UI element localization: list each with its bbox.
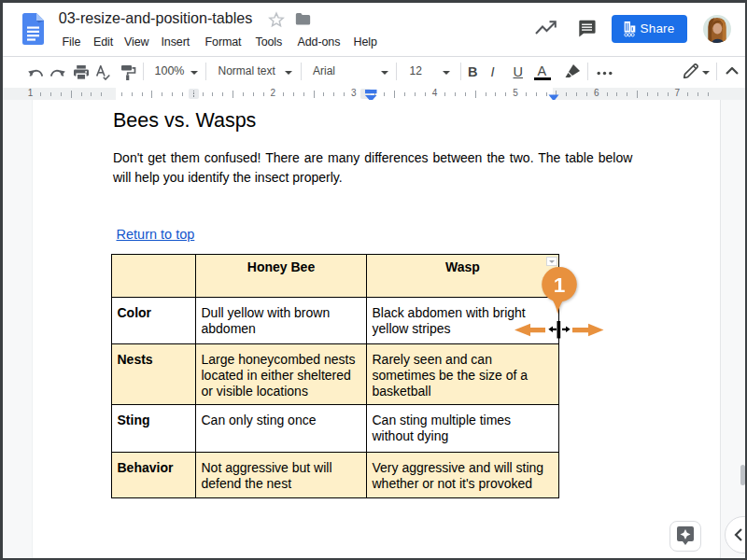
svg-text:1: 1 [553,273,565,296]
